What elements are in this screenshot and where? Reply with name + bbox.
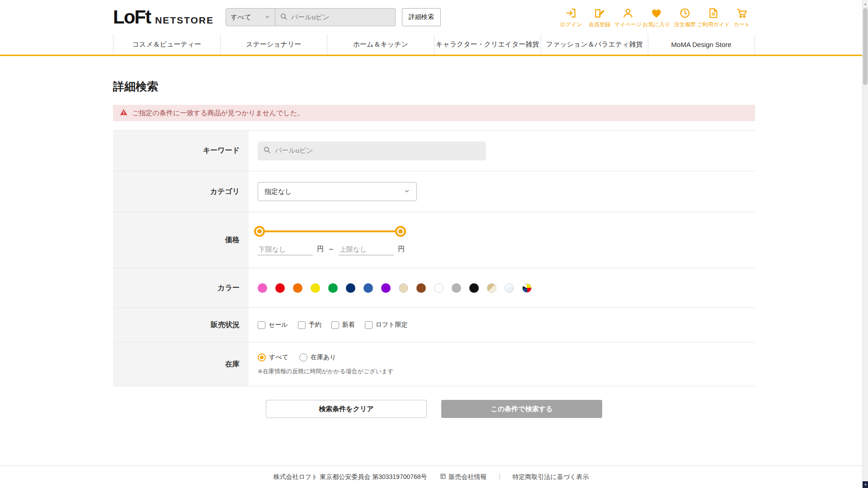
submit-button[interactable]: この条件で検索する — [441, 400, 602, 418]
scrollbar-up-arrow[interactable]: ▲ — [863, 0, 868, 7]
color-swatch-yellow[interactable] — [311, 283, 320, 293]
keyword-input[interactable] — [275, 147, 481, 155]
color-swatch-silver[interactable] — [505, 283, 514, 293]
color-swatch-beige[interactable] — [399, 283, 408, 293]
radio-icon — [258, 353, 266, 361]
color-swatch-blue[interactable] — [363, 283, 373, 293]
sales-label: 販売状況 — [113, 308, 249, 342]
price-range-slider[interactable] — [259, 225, 401, 237]
scrollbar[interactable]: ▲ ▼ — [862, 0, 868, 488]
sales-checkbox-2[interactable]: 新着 — [331, 321, 355, 329]
stock-radio-0[interactable]: すべて — [258, 353, 288, 361]
quick-link-guide[interactable]: ご利用ガイド — [700, 6, 726, 28]
mypage-icon — [622, 6, 634, 20]
quick-links: ログイン会員登録マイページお気に入り注文履歴ご利用ガイドカート — [558, 6, 755, 28]
color-swatch-gold[interactable] — [487, 283, 496, 293]
warning-icon — [119, 108, 128, 118]
color-swatch-purple[interactable] — [381, 283, 391, 293]
checkbox-box-icon — [331, 321, 339, 329]
stock-note: ※在庫情報の反映に時間がかかる場合がございます — [258, 367, 394, 375]
quick-link-label: マイページ — [614, 21, 642, 28]
checkbox-label: 新着 — [342, 321, 355, 329]
footer-link-tokushoho[interactable]: 特定商取引法に基づく表示 — [513, 473, 589, 481]
form-row-category: カテゴリ 指定なし — [113, 171, 755, 212]
keyword-label: キーワード — [113, 131, 249, 171]
color-swatch-black[interactable] — [469, 283, 479, 293]
quick-link-login[interactable]: ログイン — [558, 6, 584, 28]
sales-checkboxes: セール予約新着ロフト限定 — [258, 321, 408, 329]
price-min-input[interactable] — [258, 244, 313, 255]
search-input[interactable] — [291, 14, 391, 21]
nav-item-4[interactable]: ファッション＆バラエティ雑貨 — [541, 34, 648, 55]
footer-link-company-info-label: 販売会社情報 — [449, 473, 487, 481]
quick-link-favorite[interactable]: お気に入り — [643, 6, 670, 28]
radio-label: すべて — [269, 353, 288, 361]
stock-radio-1[interactable]: 在庫あり — [299, 353, 336, 361]
category-label: カテゴリ — [113, 171, 249, 212]
quick-link-history[interactable]: 注文履歴 — [672, 6, 698, 28]
sales-checkbox-1[interactable]: 予約 — [298, 321, 321, 329]
category-selected-value: 指定なし — [264, 188, 292, 196]
stock-label: 在庫 — [113, 343, 249, 386]
color-swatch-green[interactable] — [328, 283, 338, 293]
chevron-down-icon — [264, 14, 270, 21]
sales-checkbox-3[interactable]: ロフト限定 — [365, 321, 408, 329]
quick-link-cart[interactable]: カート — [729, 6, 755, 28]
chevron-down-icon — [404, 188, 410, 196]
site-header: LoFt NETSTORE すべて 詳細検索 ログイン会 — [0, 0, 868, 56]
quick-link-register[interactable]: 会員登録 — [586, 6, 613, 28]
search-icon — [263, 146, 271, 155]
form-row-sales: 販売状況 セール予約新着ロフト限定 — [113, 307, 755, 342]
form-row-keyword: キーワード — [113, 130, 755, 171]
quick-link-label: ログイン — [560, 21, 582, 28]
footer-company: 株式会社ロフト 東京都公安委員会 第303319700768号 — [273, 473, 427, 481]
checkbox-label: ロフト限定 — [376, 321, 408, 329]
color-swatch-gray[interactable] — [452, 283, 461, 293]
nav-item-1[interactable]: ステーショナリー — [220, 34, 327, 55]
form-row-price: 価格 円 ～ 円 — [113, 212, 755, 268]
color-swatch-brown[interactable] — [416, 283, 426, 293]
form-actions: 検索条件をクリア この条件で検索する — [113, 400, 755, 418]
clear-button[interactable]: 検索条件をクリア — [266, 400, 427, 418]
sales-checkbox-0[interactable]: セール — [258, 321, 288, 329]
price-unit-min: 円 — [317, 245, 324, 253]
price-slider-handle-max[interactable] — [395, 226, 406, 237]
quick-link-label: お気に入り — [643, 21, 670, 28]
logo-netstore: NETSTORE — [155, 15, 214, 26]
advanced-search-button[interactable]: 詳細検索 — [402, 8, 441, 26]
nav-item-3[interactable]: キャラクター・クリエイター雑貨 — [434, 34, 541, 55]
category-select[interactable]: 指定なし — [258, 182, 417, 201]
alert-message: ご指定の条件に一致する商品が見つかりませんでした。 — [113, 105, 755, 121]
color-swatch-orange[interactable] — [293, 283, 302, 293]
form-row-color: カラー — [113, 268, 755, 307]
search-category-select[interactable]: すべて — [226, 8, 275, 26]
price-slider-handle-min[interactable] — [254, 226, 265, 237]
footer-link-company-info[interactable]: 販売会社情報 — [440, 473, 487, 481]
nav-item-0[interactable]: コスメ＆ビューティー — [113, 34, 220, 55]
price-separator: ～ — [328, 245, 335, 253]
quick-link-mypage[interactable]: マイページ — [615, 6, 641, 28]
main-content: 詳細検索 ご指定の条件に一致する商品が見つかりませんでした。 キーワード — [113, 56, 755, 418]
checkbox-box-icon — [365, 321, 373, 329]
nav-item-5[interactable]: MoMA Design Store — [648, 34, 755, 55]
main-nav: コスメ＆ビューティーステーショナリーホーム＆キッチンキャラクター・クリエイター雑… — [0, 34, 868, 56]
color-swatch-pink[interactable] — [258, 283, 267, 293]
scrollbar-down-arrow[interactable]: ▼ — [863, 481, 868, 488]
color-swatch-navy[interactable] — [346, 283, 355, 293]
form-row-stock: 在庫 すべて在庫あり ※在庫情報の反映に時間がかかる場合がございます — [113, 342, 755, 386]
logo[interactable]: LoFt NETSTORE — [113, 6, 214, 28]
nav-item-2[interactable]: ホーム＆キッチン — [327, 34, 434, 55]
checkbox-label: セール — [269, 321, 288, 329]
search-icon — [280, 13, 288, 22]
keyword-input-wrap — [258, 141, 486, 160]
color-swatch-white[interactable] — [434, 283, 443, 293]
color-swatch-multicolor[interactable] — [522, 283, 532, 293]
color-label: カラー — [113, 268, 249, 307]
login-icon — [565, 6, 577, 20]
history-icon — [679, 6, 691, 20]
color-swatch-red[interactable] — [275, 283, 285, 293]
page: LoFt NETSTORE すべて 詳細検索 ログイン会 — [0, 0, 868, 418]
scrollbar-thumb[interactable] — [863, 8, 868, 85]
price-max-input[interactable] — [339, 244, 394, 255]
quick-link-label: 会員登録 — [589, 21, 610, 28]
